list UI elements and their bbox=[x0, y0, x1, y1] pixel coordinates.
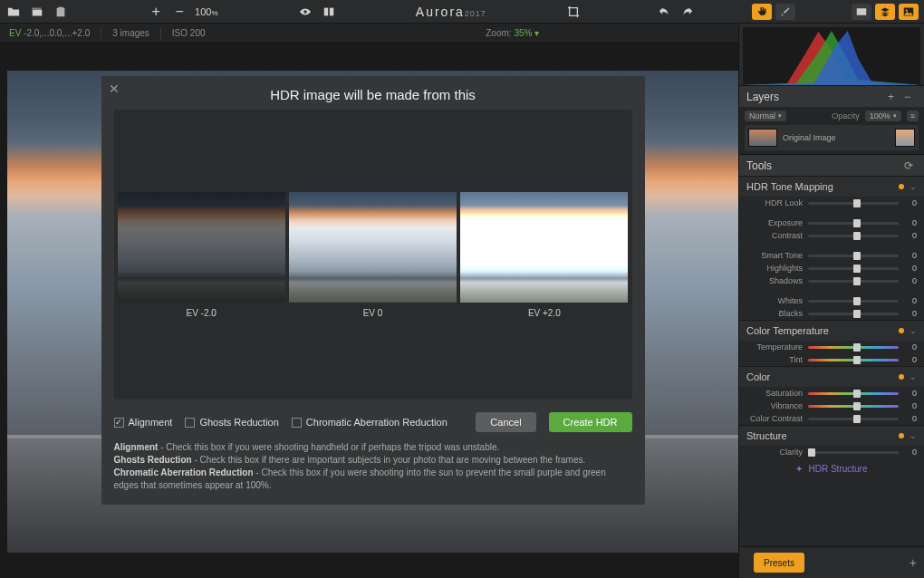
zoom-readout[interactable]: Zoom: 35% ▾ bbox=[486, 28, 539, 38]
add-preset-icon[interactable]: + bbox=[910, 555, 917, 570]
slider-color-contrast[interactable]: Color Contrast0 bbox=[739, 412, 924, 425]
crop-icon[interactable] bbox=[565, 4, 582, 20]
zoom-out-icon[interactable]: − bbox=[171, 4, 188, 20]
slider-smart-tone[interactable]: Smart Tone0 bbox=[739, 249, 924, 262]
slider-tint[interactable]: Tint0 bbox=[739, 353, 924, 366]
presets-button[interactable]: Presets bbox=[754, 553, 804, 573]
slider-vibrance[interactable]: Vibrance0 bbox=[739, 400, 924, 412]
slider-hdr-look[interactable]: HDR Look0 bbox=[739, 197, 924, 209]
hdr-preview-strip: EV -2.0 EV 0 EV +2.0 bbox=[114, 110, 632, 400]
right-sidebar: Layers + − Normal ▾ Opacity 100% ▾ ≡ Ori… bbox=[738, 24, 924, 578]
eye-icon[interactable] bbox=[297, 4, 313, 20]
layer-thumbnail bbox=[748, 129, 777, 147]
slider-exposure[interactable]: Exposure0 bbox=[739, 217, 924, 229]
create-hdr-button[interactable]: Create HDR bbox=[549, 412, 632, 432]
layer-preview-thumbnail bbox=[895, 129, 915, 147]
compare-icon[interactable] bbox=[321, 4, 337, 20]
section-hdr-tone-mapping[interactable]: HDR Tone Mapping⌄ bbox=[739, 177, 924, 197]
brush-tool-button[interactable] bbox=[775, 4, 795, 20]
bracket-thumbnail[interactable] bbox=[289, 192, 457, 303]
layers-panel-header[interactable]: Layers + − bbox=[739, 85, 924, 107]
remove-layer-icon[interactable]: − bbox=[904, 91, 917, 103]
opacity-value[interactable]: 100% ▾ bbox=[865, 111, 901, 121]
zoom-value[interactable]: 100% bbox=[195, 6, 217, 17]
undo-icon[interactable] bbox=[656, 4, 672, 20]
image-toggle-button[interactable] bbox=[899, 4, 919, 20]
slider-contrast[interactable]: Contrast0 bbox=[739, 229, 924, 242]
bracket-thumbnail[interactable] bbox=[460, 192, 628, 303]
close-icon[interactable]: ✕ bbox=[109, 82, 120, 96]
bracket-label: EV 0 bbox=[363, 308, 383, 318]
bracket-label: EV +2.0 bbox=[528, 308, 561, 318]
redo-icon[interactable] bbox=[679, 4, 696, 20]
layer-menu-icon[interactable]: ≡ bbox=[907, 111, 919, 121]
layer-name: Original Image bbox=[783, 133, 836, 142]
hdr-merge-dialog: ✕ HDR image will be made from this EV -2… bbox=[101, 76, 645, 505]
slider-blacks[interactable]: Blacks0 bbox=[739, 307, 924, 320]
dialog-title: HDR image will be made from this bbox=[114, 87, 632, 102]
image-count: 3 images bbox=[112, 28, 149, 38]
slider-shadows[interactable]: Shadows0 bbox=[739, 275, 924, 287]
hdr-structure-action[interactable]: ✦ HDR Structure bbox=[739, 458, 924, 478]
slider-highlights[interactable]: Highlights0 bbox=[739, 262, 924, 275]
add-layer-icon[interactable]: + bbox=[888, 91, 900, 103]
app-title: Aurora2017 bbox=[416, 5, 486, 19]
blend-mode-select[interactable]: Normal ▾ bbox=[745, 111, 786, 121]
section-structure[interactable]: Structure⌄ bbox=[739, 426, 924, 446]
slider-saturation[interactable]: Saturation0 bbox=[739, 387, 924, 400]
slider-clarity[interactable]: Clarity0 bbox=[739, 446, 924, 458]
iso-value: ISO 200 bbox=[172, 28, 206, 38]
layer-row[interactable]: Original Image bbox=[745, 125, 919, 150]
tools-panel-header[interactable]: Tools ⟳ bbox=[739, 154, 924, 176]
ev-range: -2.0,...0.0,...+2.0 bbox=[24, 28, 90, 38]
svg-rect-0 bbox=[323, 7, 327, 15]
chromatic-aberration-checkbox[interactable]: Chromatic Aberration Reduction bbox=[292, 417, 448, 428]
hand-tool-button[interactable] bbox=[752, 4, 772, 20]
svg-rect-2 bbox=[857, 8, 867, 15]
slider-whites[interactable]: Whites0 bbox=[739, 294, 924, 307]
opacity-label: Opacity bbox=[832, 111, 860, 120]
bracket-thumbnail[interactable] bbox=[118, 192, 285, 303]
top-toolbar: + − 100% Aurora2017 bbox=[0, 0, 924, 24]
svg-point-4 bbox=[906, 9, 908, 11]
cancel-button[interactable]: Cancel bbox=[476, 412, 535, 432]
bracket-label: EV -2.0 bbox=[186, 308, 216, 318]
ev-label: EV bbox=[9, 28, 21, 38]
clipboard-icon[interactable] bbox=[53, 4, 69, 20]
slider-temperature[interactable]: Temperature0 bbox=[739, 341, 924, 353]
section-color-temperature[interactable]: Color Temperature⌄ bbox=[739, 321, 924, 341]
section-color[interactable]: Color⌄ bbox=[739, 367, 924, 387]
layers-toggle-button[interactable] bbox=[875, 4, 895, 20]
reset-tools-icon[interactable]: ⟳ bbox=[904, 159, 917, 172]
folder-open-icon[interactable] bbox=[5, 4, 22, 20]
folder-stack-icon[interactable] bbox=[29, 4, 45, 20]
help-text: Alignment - Check this box if you were s… bbox=[114, 441, 632, 492]
alignment-checkbox[interactable]: Alignment bbox=[114, 417, 173, 428]
histogram-toggle-button[interactable] bbox=[852, 4, 871, 20]
ghosts-reduction-checkbox[interactable]: Ghosts Reduction bbox=[185, 417, 278, 428]
zoom-in-icon[interactable]: + bbox=[148, 4, 164, 20]
histogram[interactable] bbox=[743, 27, 920, 85]
svg-rect-1 bbox=[330, 7, 333, 15]
